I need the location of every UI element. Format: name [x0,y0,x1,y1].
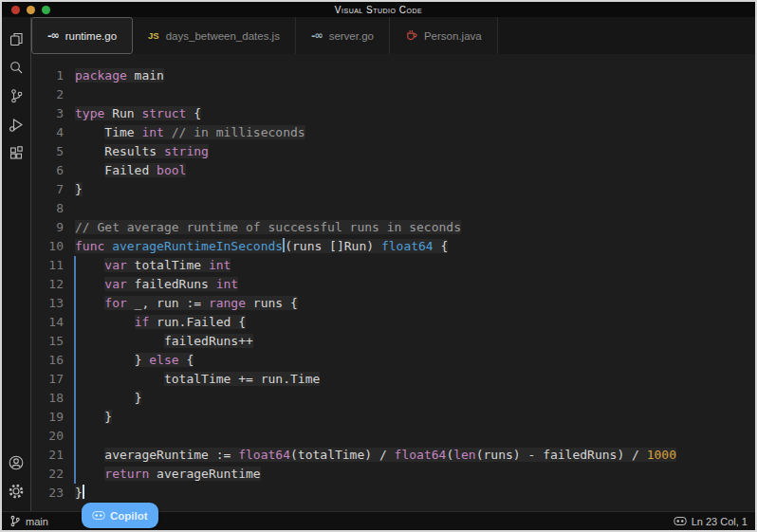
code-lines: 1package main23type Run struct {4 Time i… [31,66,755,503]
line-number: 18 [31,389,73,408]
code-line[interactable]: 2 [31,85,755,104]
tab-person-java[interactable]: Person.java [390,17,498,54]
cursor-position-indicator[interactable]: Ln 23 Col, 1 [674,516,748,527]
code-line[interactable]: 1package main [31,66,755,85]
code-line[interactable]: 8 [31,199,755,218]
text-cursor [83,485,84,499]
code-line[interactable]: 21 averageRuntime := float64(totalTime) … [31,446,755,465]
tab-days-between-dates-js[interactable]: JS days_between_dates.js [133,17,296,54]
branch-indicator[interactable]: main [9,515,48,527]
go-file-icon: -∞ [47,29,59,42]
code-line[interactable]: 11 var totalTime int [31,256,755,275]
code-line[interactable]: 18 } [31,389,755,408]
code-editor[interactable]: 1package main23type Run struct {4 Time i… [31,54,755,511]
tab-bar: -∞ runtime.go JS days_between_dates.js -… [31,17,755,54]
tab-label: runtime.go [65,30,117,42]
search-icon[interactable] [4,53,28,82]
code-line[interactable]: 9// Get average runtime of successful ru… [31,218,755,237]
js-file-icon: JS [148,30,159,41]
code-line[interactable]: 16 } else { [31,351,755,370]
tab-server-go[interactable]: -∞ server.go [296,17,390,54]
active-indent-guide [74,256,76,484]
code-line[interactable]: 19 } [31,408,755,427]
copilot-button[interactable]: Copilot [82,503,158,528]
copilot-icon [92,510,105,521]
line-number: 14 [31,313,73,332]
go-file-icon: -∞ [311,29,323,42]
line-number: 2 [31,85,73,104]
code-line[interactable]: 17 totalTime += run.Time [31,370,755,389]
line-number: 21 [31,446,73,465]
account-icon[interactable] [4,449,28,477]
line-number: 10 [31,237,73,256]
title-bar: Visual Studio Code [2,2,755,17]
code-line[interactable]: 4 Time int // in milliseconds [31,123,755,142]
source-control-icon[interactable] [4,82,28,110]
tab-label: server.go [329,30,374,42]
extensions-icon[interactable] [4,138,28,167]
branch-name: main [26,516,48,527]
line-number: 3 [31,104,73,123]
tab-label: Person.java [424,30,482,42]
code-line[interactable]: 23} [31,484,755,503]
tab-runtime-go[interactable]: -∞ runtime.go [31,17,133,54]
copilot-label: Copilot [110,510,148,522]
code-line[interactable]: 22 return averageRuntime [31,465,755,484]
line-number: 1 [31,66,73,85]
activity-bar [2,17,31,511]
line-number: 22 [31,465,73,484]
code-line[interactable]: 10func averageRuntimeInSeconds(runs []Ru… [31,237,755,256]
line-number: 16 [31,351,73,370]
line-number: 8 [31,199,73,218]
line-number: 12 [31,275,73,294]
line-number: 13 [31,294,73,313]
line-number: 9 [31,218,73,237]
line-number: 5 [31,142,73,161]
code-line[interactable]: 12 var failedRuns int [31,275,755,294]
line-number: 15 [31,332,73,351]
git-branch-icon [9,515,21,527]
line-number: 11 [31,256,73,275]
code-line[interactable]: 3type Run struct { [31,104,755,123]
settings-gear-icon[interactable] [4,477,28,505]
explorer-icon[interactable] [4,25,28,53]
line-number: 23 [31,484,73,503]
window-title: Visual Studio Code [2,5,755,15]
code-line[interactable]: 15 failedRuns++ [31,332,755,351]
code-line[interactable]: 5 Results string [31,142,755,161]
code-line[interactable]: 6 Failed bool [31,161,755,180]
line-number: 17 [31,370,73,389]
line-number: 20 [31,427,73,446]
line-number: 19 [31,408,73,427]
line-number: 4 [31,123,73,142]
java-file-icon [405,28,417,43]
line-number: 6 [31,161,73,180]
cursor-position-text: Ln 23 Col, 1 [692,516,748,527]
run-and-debug-icon[interactable] [4,110,28,138]
copilot-status-icon [674,516,687,526]
code-line[interactable]: 20 [31,427,755,446]
vscode-window: Visual Studio Code [0,0,757,532]
code-line[interactable]: 7} [31,180,755,199]
code-line[interactable]: 14 if run.Failed { [31,313,755,332]
line-number: 7 [31,180,73,199]
code-line[interactable]: 13 for _, run := range runs { [31,294,755,313]
tab-label: days_between_dates.js [166,30,280,42]
